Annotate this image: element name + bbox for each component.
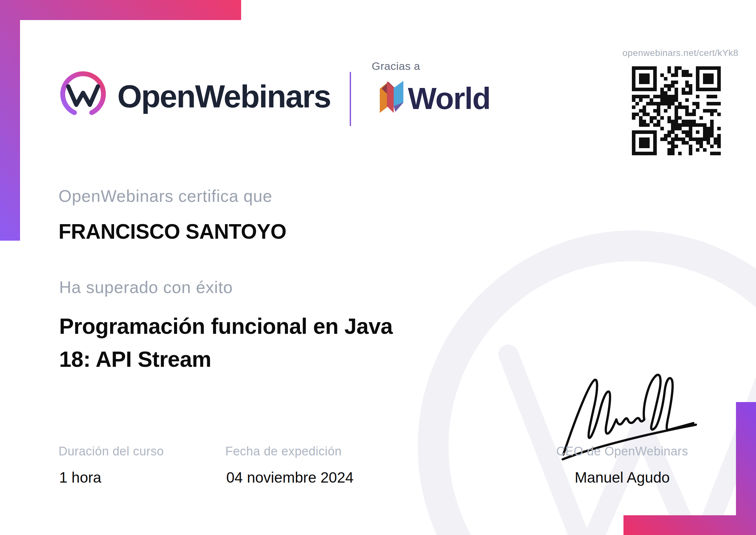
course-title-line2: 18: API Stream [59, 347, 211, 372]
date-label: Fecha de expedición [225, 444, 342, 458]
duration-value: 1 hora [59, 469, 101, 486]
date-value: 04 noviembre 2024 [226, 469, 354, 486]
course-title-line1: Programación funcional en Java [59, 313, 393, 339]
corner-decoration-bottom-right [624, 402, 756, 535]
passed-line: Ha superado con éxito [59, 277, 233, 297]
partner-wordmark: World [408, 83, 490, 114]
nworld-logo-icon [379, 81, 405, 113]
duration-label: Duración del curso [59, 444, 164, 458]
gracias-label: Gracias a [372, 60, 420, 72]
certificate: OpenWebinars Gracias a World openwebinar… [0, 0, 756, 535]
certificate-url: openwebinars.net/cert/kYk8 [616, 48, 745, 58]
corner-decoration-top-left [0, 0, 241, 241]
header-divider [350, 72, 351, 126]
qr-code [629, 64, 724, 158]
